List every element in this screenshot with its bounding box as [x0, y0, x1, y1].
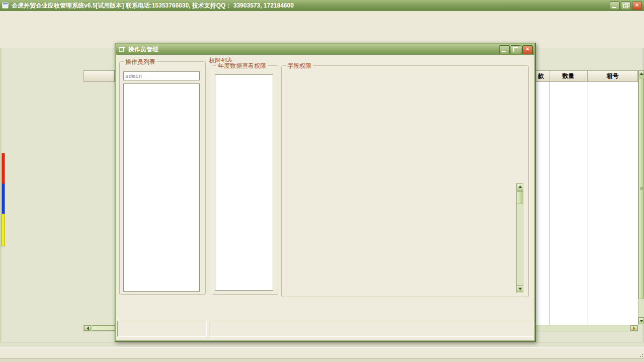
status-bar: [0, 347, 644, 358]
grid-line: [549, 82, 550, 325]
qty-column-header[interactable]: 数量: [549, 70, 588, 82]
operator-management-dialog: 操作员管理 × 操作员列表 权限列表 年度数据查看权限 字段权限: [115, 43, 536, 342]
window-bottom-edge: [0, 358, 644, 362]
field-permission-table: [286, 183, 524, 293]
scroll-up-button[interactable]: [638, 70, 644, 77]
dialog-icon: [119, 46, 125, 53]
minimize-button[interactable]: [610, 2, 620, 10]
action-buttons-panel: [209, 321, 533, 337]
field-group-label: 字段权限: [286, 62, 313, 70]
dialog-title: 操作员管理: [128, 45, 158, 54]
box-column-header[interactable]: 箱号: [588, 70, 638, 82]
operator-list[interactable]: [123, 83, 200, 292]
dialog-close-button[interactable]: ×: [522, 45, 533, 54]
scroll-up-button[interactable]: [517, 184, 523, 191]
color-indicator-bar: [2, 153, 5, 246]
scroll-thumb[interactable]: [638, 78, 644, 299]
app-icon: [2, 2, 9, 9]
yellow-indicator: [2, 214, 5, 246]
user-buttons-panel: [117, 321, 207, 337]
dialog-title-bar: 操作员管理 ×: [116, 44, 534, 55]
scroll-down-button[interactable]: [517, 285, 523, 292]
scroll-thumb[interactable]: [517, 191, 523, 204]
scroll-down-button[interactable]: [638, 317, 644, 324]
field-table-scrollbar[interactable]: [516, 183, 524, 293]
row-number-header: [84, 70, 115, 82]
dialog-minimize-button[interactable]: [499, 45, 510, 54]
module-permission-table: [286, 73, 524, 180]
window-title: 企虎外贸企业应收管理系统v6.5[试用版本] 联系电话:15353766030,…: [12, 2, 294, 10]
restore-button[interactable]: [621, 2, 631, 10]
resize-grip[interactable]: [639, 353, 643, 357]
year-permission-list[interactable]: [215, 74, 273, 291]
close-button[interactable]: ×: [632, 2, 642, 10]
grid-line: [588, 82, 588, 325]
scroll-left-button[interactable]: [84, 325, 91, 331]
title-bar: 企虎外贸企业应收管理系统v6.5[试用版本] 联系电话:15353766030,…: [0, 0, 644, 11]
dialog-maximize-button[interactable]: [511, 45, 521, 54]
operator-search-input[interactable]: [123, 71, 200, 80]
scroll-right-button[interactable]: [630, 325, 637, 331]
vertical-scrollbar[interactable]: [638, 70, 644, 325]
menu-bar: [0, 11, 644, 22]
red-indicator: [2, 153, 5, 184]
blue-indicator: [2, 184, 5, 214]
year-group-label: 年度数据查看权限: [216, 62, 268, 70]
operators-group-label: 操作员列表: [124, 58, 157, 66]
